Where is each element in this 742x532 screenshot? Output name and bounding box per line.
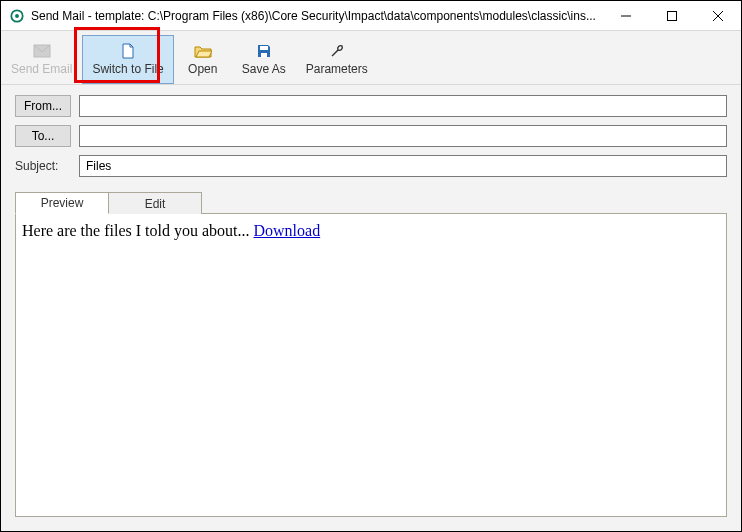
mail-icon bbox=[33, 42, 51, 60]
svg-rect-7 bbox=[260, 46, 268, 50]
to-input[interactable] bbox=[79, 125, 727, 147]
titlebar: Send Mail - template: C:\Program Files (… bbox=[1, 1, 741, 31]
to-button[interactable]: To... bbox=[15, 125, 71, 147]
toolbar: Send Email Switch to File Open Save As P… bbox=[1, 31, 741, 85]
window-controls bbox=[603, 1, 741, 30]
save-as-button[interactable]: Save As bbox=[232, 35, 296, 84]
tool-label: Save As bbox=[242, 62, 286, 76]
wrench-icon bbox=[328, 42, 346, 60]
tool-label: Switch to File bbox=[92, 62, 163, 76]
tool-label: Parameters bbox=[306, 62, 368, 76]
tool-label: Send Email bbox=[11, 62, 72, 76]
parameters-button[interactable]: Parameters bbox=[296, 35, 378, 84]
send-email-button: Send Email bbox=[1, 35, 82, 84]
window-title: Send Mail - template: C:\Program Files (… bbox=[31, 9, 603, 23]
svg-rect-8 bbox=[261, 53, 267, 57]
tabs-row: Preview Edit bbox=[15, 191, 727, 213]
tool-label: Open bbox=[188, 62, 217, 76]
file-icon bbox=[119, 42, 137, 60]
download-link[interactable]: Download bbox=[253, 222, 320, 239]
body-text: Here are the files I told you about... bbox=[22, 222, 253, 239]
svg-point-1 bbox=[15, 14, 19, 18]
switch-to-file-button[interactable]: Switch to File bbox=[82, 35, 173, 84]
tab-edit[interactable]: Edit bbox=[108, 192, 202, 214]
save-icon bbox=[255, 42, 273, 60]
svg-rect-3 bbox=[668, 11, 677, 20]
close-button[interactable] bbox=[695, 1, 741, 30]
subject-label: Subject: bbox=[15, 159, 71, 173]
preview-content: Here are the files I told you about... D… bbox=[15, 213, 727, 517]
subject-input[interactable] bbox=[79, 155, 727, 177]
maximize-button[interactable] bbox=[649, 1, 695, 30]
from-button[interactable]: From... bbox=[15, 95, 71, 117]
app-icon bbox=[9, 8, 25, 24]
minimize-button[interactable] bbox=[603, 1, 649, 30]
open-button[interactable]: Open bbox=[174, 35, 232, 84]
tab-preview[interactable]: Preview bbox=[15, 192, 109, 214]
form-area: From... To... Subject: bbox=[1, 85, 741, 191]
tabs-area: Preview Edit Here are the files I told y… bbox=[1, 191, 741, 531]
from-input[interactable] bbox=[79, 95, 727, 117]
folder-open-icon bbox=[194, 42, 212, 60]
